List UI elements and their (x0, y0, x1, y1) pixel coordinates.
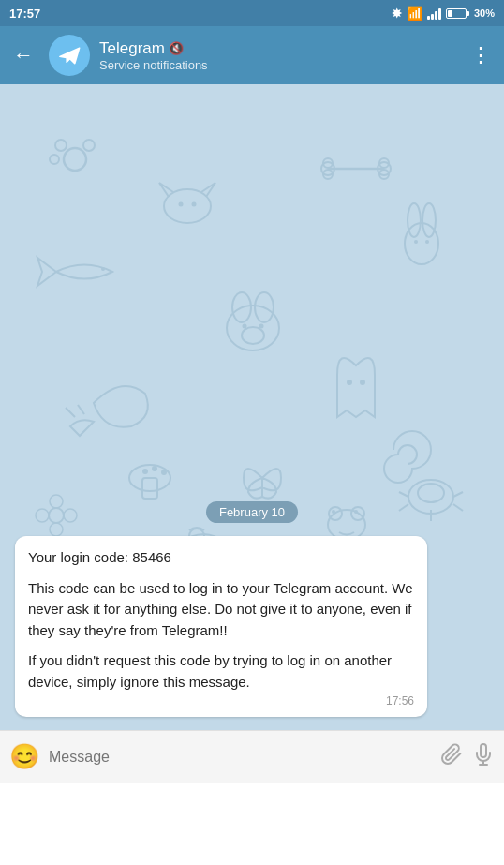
message-time: 17:56 (28, 694, 414, 708)
microphone-icon (472, 743, 495, 771)
toolbar: ← Telegram 🔇 Service notifications ⋮ (0, 26, 504, 84)
signal-icon (427, 7, 441, 20)
toolbar-info: Telegram 🔇 Service notifications (99, 39, 455, 72)
message-line1: Your login code: 85466 (28, 547, 414, 569)
status-icons: ✸ 📶 30% (392, 6, 495, 21)
more-options-button[interactable]: ⋮ (465, 37, 497, 73)
toolbar-subtitle: Service notifications (99, 58, 455, 72)
battery-percent: 30% (474, 7, 495, 19)
mic-button[interactable] (472, 743, 495, 771)
chat-area: February 10 Your login code: 85466 This … (0, 84, 504, 730)
mute-icon: 🔇 (169, 41, 184, 55)
telegram-plane-icon (57, 43, 82, 67)
date-text: February 10 (206, 501, 298, 523)
message-text: Your login code: 85466 This code can be … (28, 547, 414, 693)
status-bar: 17:57 ✸ 📶 30% (0, 0, 504, 26)
bluetooth-icon: ✸ (392, 7, 402, 21)
input-bar: 😊 (0, 730, 504, 783)
app-name-label: Telegram (99, 39, 165, 58)
attach-button[interactable] (440, 743, 463, 771)
message-bubble: Your login code: 85466 This code can be … (15, 536, 427, 717)
paperclip-icon (440, 743, 463, 771)
time-display: 17:57 (9, 7, 40, 21)
chat-content: February 10 Your login code: 85466 This … (0, 84, 504, 730)
more-icon: ⋮ (470, 43, 491, 67)
date-badge: February 10 (0, 501, 504, 523)
back-button[interactable]: ← (7, 37, 39, 73)
message-line3: If you didn't request this code by tryin… (28, 650, 414, 693)
toolbar-title: Telegram 🔇 (99, 39, 455, 58)
back-arrow-icon: ← (13, 43, 34, 67)
emoji-button[interactable]: 😊 (9, 742, 39, 771)
message-line2: This code can be used to log in to your … (28, 578, 414, 642)
status-time: 17:57 (9, 7, 40, 21)
message-input[interactable] (49, 749, 431, 766)
chat-avatar (49, 35, 90, 76)
wifi-icon: 📶 (407, 6, 422, 21)
battery-icon (446, 8, 469, 19)
emoji-icon: 😊 (9, 742, 39, 771)
